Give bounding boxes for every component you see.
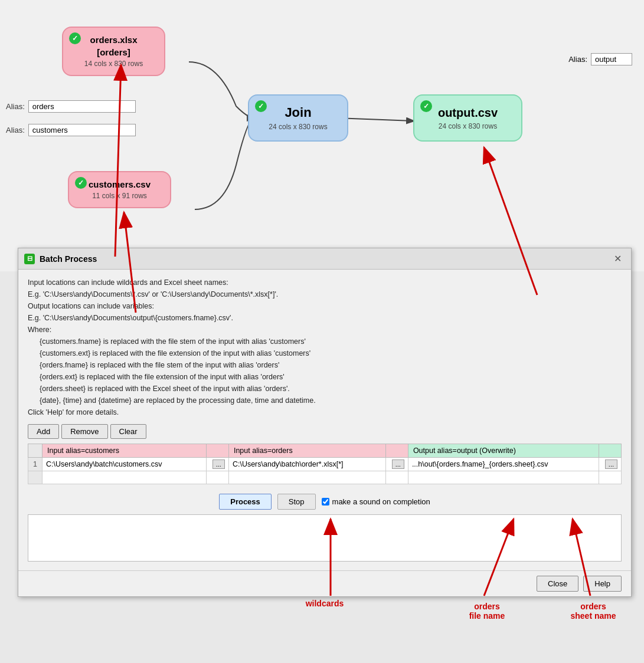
- bottom-controls: Process Stop make a sound on completion: [28, 489, 622, 514]
- table-row: 1 C:\Users\andy\batch\customers.csv ... …: [28, 458, 622, 471]
- close-footer-button[interactable]: Close: [537, 576, 578, 592]
- dialog-title: Batch Process: [40, 254, 97, 264]
- info-line-3: Output locations can include variables:: [28, 300, 622, 312]
- cell-customers-ellipsis[interactable]: ...: [206, 458, 228, 471]
- check-icon-customers: ✓: [75, 177, 87, 189]
- node-orders[interactable]: ✓ orders.xlsx [orders] 14 cols x 830 row…: [62, 27, 165, 76]
- sound-label: make a sound on completion: [332, 497, 430, 506]
- check-icon-output: ✓: [420, 100, 432, 112]
- batch-process-icon: ⊟: [24, 254, 35, 264]
- dialog-body: Input locations can include wildcards an…: [18, 270, 631, 570]
- orders-browse-btn[interactable]: ...: [392, 459, 404, 469]
- row-num: 1: [28, 458, 43, 471]
- th-rownum: [28, 444, 43, 458]
- stop-button[interactable]: Stop: [277, 494, 316, 510]
- cell-orders-path: C:\Users\andy\batch\order*.xlsx[*]: [228, 458, 385, 471]
- th-sep1: [206, 444, 228, 458]
- th-customers: Input alias=customers: [43, 444, 207, 458]
- join-node-title: Join: [285, 105, 311, 120]
- alias-label-orders: Alias:: [6, 100, 136, 113]
- orders-node-subtitle: [orders]: [97, 47, 130, 57]
- cell-output-path: ...h\out\{orders.fname}_{orders.sheet}.c…: [408, 458, 599, 471]
- info-text: Input locations can include wildcards an…: [28, 277, 622, 418]
- check-icon-orders: ✓: [69, 32, 81, 44]
- batch-process-dialog: ⊟ Batch Process ✕ Input locations can in…: [18, 248, 632, 597]
- canvas-area: ✓ orders.xlsx [orders] 14 cols x 830 row…: [0, 0, 644, 271]
- table-empty-row: [28, 471, 622, 484]
- cell-output-ellipsis[interactable]: ...: [599, 458, 621, 471]
- cell-customers-path: C:\Users\andy\batch\customers.csv: [43, 458, 207, 471]
- info-line-4: E.g. 'C:\Users\andy\Documents\output\{cu…: [28, 312, 622, 324]
- orders-node-title: orders.xlsx: [90, 35, 137, 45]
- node-join[interactable]: ✓ Join 24 cols x 830 rows: [248, 94, 348, 142]
- th-sep3: [599, 444, 621, 458]
- customers-node-title: customers.csv: [89, 179, 151, 189]
- help-button[interactable]: Help: [583, 576, 622, 592]
- info-line-2: E.g. 'C:\Users\andy\Documents\*.csv' or …: [28, 288, 622, 300]
- sound-check-container: make a sound on completion: [322, 497, 430, 506]
- dialog-title-left: ⊟ Batch Process: [24, 254, 97, 264]
- alias-input-output[interactable]: [591, 53, 632, 65]
- alias-label-customers: Alias:: [6, 124, 136, 136]
- th-sep2: [385, 444, 408, 458]
- info-line-8: {orders.fname} is replaced with the file…: [28, 359, 622, 371]
- th-orders: Input alias=orders: [228, 444, 385, 458]
- wildcards-label: wildcards: [289, 599, 360, 608]
- info-line-10: {orders.sheet} is replaced with the Exce…: [28, 383, 622, 395]
- output-node-title: output.csv: [438, 106, 498, 120]
- customers-browse-btn[interactable]: ...: [213, 459, 225, 469]
- empty-cell-1: [43, 471, 207, 484]
- empty-cell-3: [228, 471, 385, 484]
- info-line-7: {customers.ext} is replaced with the fil…: [28, 347, 622, 359]
- info-line-11: {date}, {time} and {datetime} are replac…: [28, 395, 622, 406]
- empty-cell-5: [408, 471, 599, 484]
- alias-input-orders[interactable]: [28, 100, 136, 113]
- orders-file-label: ordersfile name: [455, 602, 519, 621]
- empty-cell-6: [599, 471, 621, 484]
- info-line-12: Click 'Help' for more details.: [28, 406, 622, 418]
- dialog-footer: Close Help: [18, 570, 631, 596]
- add-button[interactable]: Add: [28, 424, 59, 439]
- empty-cell-2: [206, 471, 228, 484]
- alias-label-output: Alias:: [568, 53, 632, 65]
- customers-node-detail: 11 cols x 91 rows: [92, 192, 147, 200]
- th-output: Output alias=output (Overwrite): [408, 444, 599, 458]
- process-button[interactable]: Process: [219, 494, 272, 510]
- output-browse-btn[interactable]: ...: [605, 459, 617, 469]
- table-toolbar: Add Remove Clear: [28, 424, 622, 439]
- orders-node-detail: 14 cols x 830 rows: [84, 60, 143, 68]
- batch-table: Input alias=customers Input alias=orders…: [28, 444, 622, 484]
- clear-button[interactable]: Clear: [110, 424, 146, 439]
- info-line-6: {customers.fname} is replaced with the f…: [28, 336, 622, 347]
- dialog-titlebar: ⊟ Batch Process ✕: [18, 248, 631, 270]
- info-line-5: Where:: [28, 324, 622, 336]
- orders-sheet-label: orderssheet name: [561, 602, 626, 621]
- cell-orders-ellipsis[interactable]: ...: [385, 458, 408, 471]
- node-output[interactable]: ✓ output.csv 24 cols x 830 rows: [413, 94, 522, 142]
- info-line-1: Input locations can include wildcards an…: [28, 277, 622, 288]
- empty-row-num: [28, 471, 43, 484]
- join-node-detail: 24 cols x 830 rows: [269, 123, 327, 131]
- node-customers[interactable]: ✓ customers.csv 11 cols x 91 rows: [68, 171, 171, 208]
- check-icon-join: ✓: [255, 100, 267, 112]
- remove-button[interactable]: Remove: [61, 424, 107, 439]
- dialog-close-button[interactable]: ✕: [610, 252, 625, 265]
- empty-cell-4: [385, 471, 408, 484]
- output-node-detail: 24 cols x 830 rows: [439, 122, 497, 130]
- log-area[interactable]: [28, 514, 622, 562]
- alias-input-customers[interactable]: [28, 124, 136, 136]
- info-line-9: {orders.ext} is replaced with the file e…: [28, 371, 622, 383]
- sound-checkbox[interactable]: [322, 498, 329, 506]
